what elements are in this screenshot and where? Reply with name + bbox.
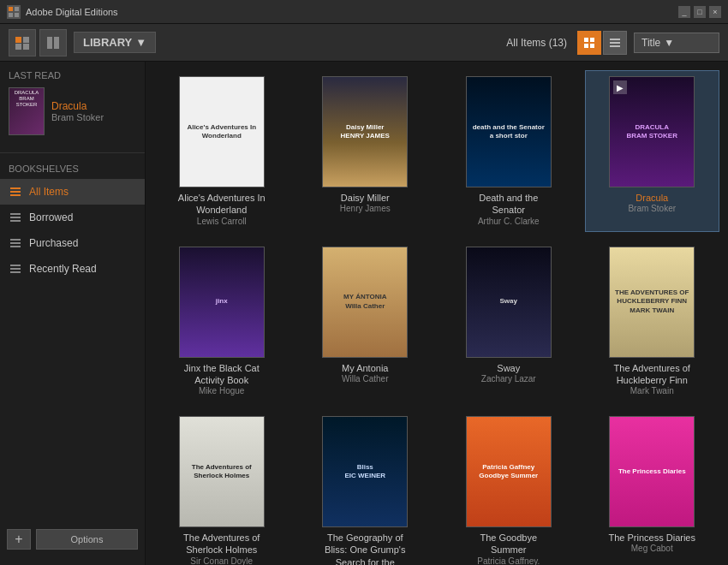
book-author-daisy: Henry James — [340, 204, 391, 213]
book-grid: Alice's Adventures In Wonderland Alice's… — [154, 70, 719, 565]
sidebar-item-purchased[interactable]: Purchased — [0, 230, 145, 256]
book-cover-huck: THE ADVENTURES OF HUCKLEBERRY FINNMARK T… — [609, 247, 695, 358]
book-title-goodbye: The Goodbye Summer — [462, 532, 556, 556]
shelf-label-borrowed: Borrowed — [29, 211, 73, 223]
svg-rect-15 — [610, 42, 620, 44]
book-title-dracula: Dracula — [636, 192, 668, 204]
svg-rect-0 — [9, 7, 13, 11]
shelf-view-icon[interactable] — [9, 29, 36, 56]
sidebar-item-recently-read[interactable]: Recently Read — [0, 256, 145, 282]
book-title-sway: Sway — [497, 362, 520, 374]
book-author-jinx: Mike Hogue — [199, 386, 244, 396]
book-item-dracula[interactable]: ▶ DRACULABRAM STOKER Dracula Bram Stoker — [585, 70, 720, 232]
book-item-antonia[interactable]: MY ÁNTONIAWilla Cather My Antonia Willa … — [298, 241, 433, 402]
svg-rect-22 — [10, 220, 21, 222]
book-author-huck: Mark Twain — [630, 386, 674, 396]
maximize-button[interactable]: □ — [694, 6, 706, 18]
svg-rect-18 — [10, 191, 21, 193]
book-author-antonia: Willa Cather — [342, 374, 388, 384]
book-view-icon[interactable] — [39, 29, 67, 56]
svg-rect-7 — [23, 44, 29, 50]
sort-arrow-icon: ▼ — [664, 37, 674, 49]
svg-rect-28 — [10, 271, 21, 273]
book-cover-dracula: ▶ DRACULABRAM STOKER — [609, 76, 695, 187]
svg-rect-4 — [15, 37, 21, 43]
toolbar: LIBRARY ▼ All Items (13) Title ▼ — [0, 24, 728, 62]
book-cover-alice: Alice's Adventures In Wonderland — [179, 76, 265, 187]
svg-rect-27 — [10, 268, 21, 270]
toolbar-view-icons — [9, 29, 67, 56]
add-button[interactable]: + — [7, 529, 31, 550]
close-button[interactable]: × — [709, 6, 721, 18]
svg-rect-14 — [610, 39, 620, 40]
sidebar-item-borrowed[interactable]: Borrowed — [0, 205, 145, 230]
book-item-jinx[interactable]: jinx Jinx the Black Cat Activity Book Mi… — [154, 241, 289, 402]
svg-rect-25 — [10, 246, 21, 247]
book-author-death: Arthur C. Clarke — [478, 217, 540, 226]
shelf-icon-recently-read — [9, 262, 22, 276]
options-button[interactable]: Options — [36, 529, 138, 550]
last-read-section: Last Read DRACULABRAM STOKER Dracula Bra… — [0, 70, 145, 146]
book-author-princess: Meg Cabot — [631, 544, 673, 553]
book-item-huck[interactable]: THE ADVENTURES OF HUCKLEBERRY FINNMARK T… — [585, 241, 720, 402]
shelf-label-recently-read: Recently Read — [29, 263, 97, 275]
library-button[interactable]: LIBRARY ▼ — [74, 32, 156, 53]
shelf-icon-all-items — [9, 185, 22, 199]
main-content: Last Read DRACULABRAM STOKER Dracula Bra… — [0, 62, 728, 565]
book-author-alice: Lewis Carroll — [197, 217, 247, 226]
book-title-sherlock: The Adventures of Sherlock Holmes — [175, 532, 269, 556]
svg-rect-5 — [23, 37, 29, 43]
sidebar: Last Read DRACULABRAM STOKER Dracula Bra… — [0, 62, 146, 565]
book-item-sherlock[interactable]: The Adventures of Sherlock Holmes The Ad… — [154, 410, 289, 565]
sidebar-item-all-items[interactable]: All Items — [0, 179, 145, 205]
svg-rect-26 — [10, 265, 21, 266]
shelf-label-purchased: Purchased — [29, 237, 78, 249]
book-author-dracula: Bram Stoker — [628, 204, 676, 213]
svg-rect-11 — [590, 38, 594, 42]
book-item-alice[interactable]: Alice's Adventures In Wonderland Alice's… — [154, 70, 289, 232]
svg-rect-6 — [15, 44, 21, 50]
shelf-list: All Items Borrowed Purchased — [0, 179, 145, 282]
book-item-death[interactable]: death and the Senatora short stor Death … — [441, 70, 576, 232]
svg-rect-17 — [10, 187, 21, 189]
book-item-daisy[interactable]: Daisy MillerHENRY JAMES Daisy Miller Hen… — [298, 70, 433, 232]
sort-dropdown[interactable]: Title ▼ — [634, 33, 719, 53]
last-read-cover: DRACULABRAM STOKER — [9, 87, 45, 135]
svg-rect-16 — [610, 45, 620, 47]
book-author-sherlock: Sir Conan Doyle — [190, 556, 253, 565]
sidebar-divider — [0, 152, 145, 153]
svg-rect-19 — [10, 194, 21, 196]
book-title-princess: The Princess Diaries — [609, 532, 695, 544]
book-cover-daisy: Daisy MillerHENRY JAMES — [322, 76, 408, 187]
last-read-label: Last Read — [9, 70, 136, 80]
last-read-book[interactable]: DRACULABRAM STOKER Dracula Bram Stoker — [9, 87, 136, 135]
book-cover-goodbye: Patricia GaffneyGoodbye Summer — [466, 416, 552, 527]
shelf-icon-borrowed — [9, 211, 22, 224]
book-cover-sherlock: The Adventures of Sherlock Holmes — [179, 416, 265, 527]
window-controls[interactable]: _ □ × — [678, 6, 721, 18]
last-read-title: Dracula — [51, 100, 104, 112]
book-item-bliss[interactable]: BlissEIC WEINER The Geography of Bliss: … — [298, 410, 433, 565]
app-icon — [7, 5, 21, 19]
shelf-icon-purchased — [9, 236, 22, 250]
last-read-author: Bram Stoker — [51, 112, 104, 122]
book-grid-container[interactable]: Alice's Adventures In Wonderland Alice's… — [146, 62, 728, 565]
svg-rect-1 — [15, 7, 19, 11]
book-title-daisy: Daisy Miller — [341, 192, 390, 204]
forward-arrow-icon: ▶ — [613, 80, 627, 94]
list-view-button[interactable] — [603, 31, 627, 55]
svg-rect-12 — [584, 44, 588, 48]
book-cover-jinx: jinx — [179, 247, 265, 358]
svg-rect-13 — [590, 44, 594, 48]
grid-view-button[interactable] — [577, 31, 601, 55]
minimize-button[interactable]: _ — [678, 6, 690, 18]
book-item-goodbye[interactable]: Patricia GaffneyGoodbye Summer The Goodb… — [441, 410, 576, 565]
shelf-label-all-items: All Items — [29, 186, 69, 198]
book-item-sway[interactable]: Sway Sway Zachary Lazar — [441, 241, 576, 402]
book-item-princess[interactable]: The Princess Diaries The Princess Diarie… — [585, 410, 720, 565]
svg-rect-2 — [9, 13, 13, 17]
view-toggle — [577, 31, 627, 55]
svg-rect-23 — [10, 239, 21, 241]
svg-rect-20 — [10, 213, 21, 215]
dropdown-arrow-icon: ▼ — [135, 36, 146, 49]
